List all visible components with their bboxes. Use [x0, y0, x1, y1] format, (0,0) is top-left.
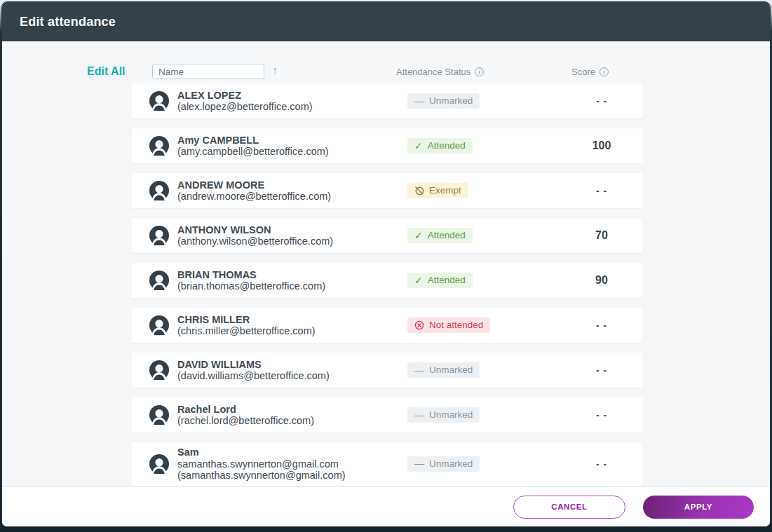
attendee-email: (amy.campbell@betteroffice.com) [177, 146, 407, 158]
attendee-list: ALEX LOPEZ (alex.lopez@betteroffice.com)… [132, 83, 642, 486]
attendee-name: BRIAN THOMAS [177, 269, 407, 281]
modal-title: Edit attendance [20, 15, 116, 29]
modal-footer: CANCEL APPLY [2, 486, 770, 526]
attendance-status-cell: — Unmarked [407, 407, 561, 423]
attendee-email: (andrew.moore@betteroffice.com) [177, 191, 407, 203]
attendee-email: (alex.lopez@betteroffice.com) [177, 101, 407, 113]
attendance-status-cell: Exempt [407, 183, 561, 198]
attendee-name: Rachel Lord [177, 404, 407, 416]
attendee-row: Amy CAMPBELL (amy.campbell@betteroffice.… [132, 128, 642, 163]
attendee-email: (samanthas.swynnerton@gmail.com) [177, 470, 407, 482]
attendee-email: (chris.miller@betteroffice.com) [177, 325, 407, 337]
apply-button[interactable]: APPLY [643, 496, 754, 519]
score-label: Score [571, 67, 595, 77]
attendee-row: BRIAN THOMAS (brian.thomas@betteroffice.… [132, 263, 642, 298]
attendee-name: ALEX LOPEZ [177, 90, 407, 102]
attendance-status-cell: ✓ Attended [407, 138, 561, 154]
attendee-name: Sam [177, 446, 407, 458]
attendance-status-badge[interactable]: — Unmarked [407, 407, 480, 423]
attendance-status-badge[interactable]: Not attended [407, 318, 490, 333]
score-value[interactable]: - - [561, 185, 642, 196]
edit-attendance-modal: Edit attendance Edit All ↑ Attendance St… [1, 1, 771, 527]
attendance-status-badge[interactable]: Exempt [407, 183, 468, 198]
edit-all-button[interactable]: Edit All [87, 64, 126, 79]
attendance-status-badge[interactable]: ✓ Attended [407, 228, 473, 243]
score-value[interactable]: - - [561, 95, 642, 107]
attendee-name: ANDREW MOORE [177, 179, 407, 191]
score-value[interactable]: 70 [561, 229, 642, 242]
attendance-status-label: Attendance Status [396, 67, 470, 77]
avatar-icon [149, 271, 169, 290]
attendee-identity: Sam samanthas.swynnerton@gmail.com (sama… [177, 446, 407, 482]
attendance-status-cell: — Unmarked [407, 362, 561, 378]
score-value[interactable]: - - [561, 458, 642, 470]
modal-titlebar: Edit attendance [2, 2, 770, 41]
avatar-icon [149, 405, 169, 425]
attendance-status-badge[interactable]: — Unmarked [407, 456, 480, 472]
attendee-email: (brian.thomas@betteroffice.com) [177, 280, 407, 292]
attendee-row: ALEX LOPEZ (alex.lopez@betteroffice.com)… [132, 83, 642, 118]
attendance-status-cell: — Unmarked [407, 93, 561, 109]
attendee-identity: Amy CAMPBELL (amy.campbell@betteroffice.… [177, 135, 407, 158]
info-icon[interactable]: i [600, 67, 609, 76]
attendance-status-badge[interactable]: — Unmarked [407, 362, 480, 378]
attendee-row: ANDREW MOORE (andrew.moore@betteroffice.… [132, 173, 642, 208]
attendee-email: (rachel.lord@betteroffice.com) [177, 415, 407, 427]
attendee-identity: ANTHONY WILSON (anthony.wilson@betteroff… [177, 224, 407, 247]
attendance-status-badge[interactable]: — Unmarked [407, 93, 480, 109]
name-filter-input[interactable] [152, 64, 264, 79]
attendee-name: Amy CAMPBELL [177, 135, 407, 146]
attendance-status-badge[interactable]: ✓ Attended [407, 273, 473, 288]
avatar-icon [149, 454, 169, 474]
attendee-identity: BRIAN THOMAS (brian.thomas@betteroffice.… [177, 269, 407, 292]
list-header-row: Edit All ↑ Attendance Status i Score i [2, 64, 770, 79]
attendance-status-cell: ✓ Attended [407, 228, 561, 243]
attendee-name: DAVID WILLIAMS [177, 359, 407, 371]
attendee-row: CHRIS MILLER (chris.miller@betteroffice.… [132, 308, 642, 343]
attendance-status-cell: ✓ Attended [407, 273, 561, 288]
attendance-status-cell: — Unmarked [407, 456, 561, 472]
attendee-identity: CHRIS MILLER (chris.miller@betteroffice.… [177, 314, 407, 337]
attendee-extra-email: samanthas.swynnerton@gmail.com [177, 458, 407, 470]
attendee-row: ANTHONY WILSON (anthony.wilson@betteroff… [132, 218, 642, 253]
avatar-icon [149, 136, 169, 156]
cancel-button[interactable]: CANCEL [513, 496, 625, 519]
score-value[interactable]: - - [561, 320, 642, 331]
attendee-name: ANTHONY WILSON [177, 224, 407, 236]
info-icon[interactable]: i [475, 67, 484, 76]
attendance-status-cell: Not attended [407, 318, 561, 333]
avatar-icon [149, 181, 169, 200]
attendee-row: Sam samanthas.swynnerton@gmail.com (sama… [132, 442, 642, 486]
score-value[interactable]: 100 [561, 139, 642, 152]
attendee-row: Rachel Lord (rachel.lord@betteroffice.co… [132, 397, 642, 432]
attendee-email: (david.williams@betteroffice.com) [177, 370, 407, 382]
attendee-identity: Rachel Lord (rachel.lord@betteroffice.co… [177, 404, 407, 427]
attendee-identity: DAVID WILLIAMS (david.williams@betteroff… [177, 359, 407, 382]
score-value[interactable]: - - [561, 409, 642, 421]
score-value[interactable]: - - [561, 364, 642, 376]
sort-ascending-icon[interactable]: ↑ [272, 63, 278, 79]
avatar-icon [149, 226, 169, 245]
avatar-icon [149, 315, 169, 335]
avatar-icon [149, 91, 169, 111]
avatar-icon [149, 360, 169, 380]
attendee-row: DAVID WILLIAMS (david.williams@betteroff… [132, 353, 642, 388]
attendee-email: (anthony.wilson@betteroffice.com) [177, 236, 407, 247]
column-header-score: Score i [571, 64, 609, 79]
column-header-attendance-status: Attendance Status i [396, 64, 484, 79]
attendee-identity: ANDREW MOORE (andrew.moore@betteroffice.… [177, 179, 407, 203]
attendee-identity: ALEX LOPEZ (alex.lopez@betteroffice.com) [177, 90, 407, 113]
attendee-name: CHRIS MILLER [177, 314, 407, 326]
score-value[interactable]: 90 [561, 274, 642, 287]
attendance-status-badge[interactable]: ✓ Attended [407, 138, 473, 154]
